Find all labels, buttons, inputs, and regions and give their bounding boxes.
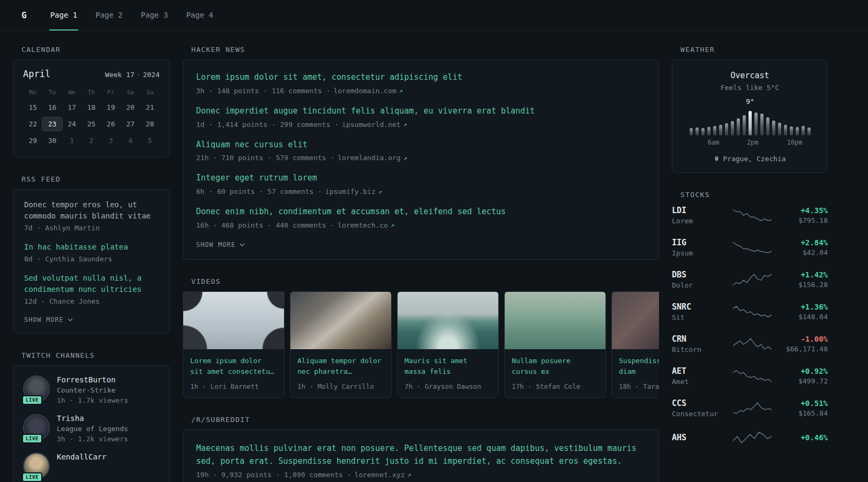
rss-widget-title: RSS FEED [21, 175, 170, 183]
rss-item-list: Donec tempor eros leo, ut commodo mauris… [24, 199, 159, 305]
hn-item-link[interactable]: Aliquam nec cursus elit [196, 139, 646, 151]
stock-row[interactable]: SNRC Sit +1.36% $148.64 [672, 302, 828, 321]
weather-time-labels: 6am2pm10pm [680, 139, 820, 147]
stock-row[interactable]: CCS Consectetur +0.51% $165.84 [672, 398, 828, 418]
channel-name[interactable]: ForrestBurton [57, 375, 128, 384]
calendar-week-year: Week 17·2024 [105, 71, 160, 79]
video-card[interactable]: Nullam posuere cursus ex 17h · Stefan Co… [504, 291, 606, 398]
video-card[interactable]: Suspendisse diam 18h · Tara [611, 291, 659, 398]
video-card[interactable]: Aliquam tempor dolor nec pharetra… 1h · … [290, 291, 392, 398]
channel-avatar: LIVE [24, 376, 49, 401]
stock-change: +1.36% [781, 303, 828, 311]
stock-row[interactable]: CRN Bitcorn -1.00% $66,171.48 [672, 334, 828, 353]
day-of-week-label: Sa [121, 87, 140, 98]
source-link[interactable]: loremlandia.org ↗ [338, 154, 407, 162]
stock-row[interactable]: LDI Lorem +4.35% $795.18 [672, 206, 828, 225]
day-of-week-label: We [62, 87, 81, 98]
hn-item-meta: 3h · 148 points · 116 comments · loremdo… [196, 87, 646, 95]
video-title-link[interactable]: Mauris sit amet massa felis [405, 356, 491, 378]
video-title-link[interactable]: Lorem ipsum dolor sit amet consectetu… [190, 356, 277, 378]
stock-name: Dolor [672, 281, 723, 289]
calendar-card: April Week 17·2024 MoTuWeThFrSaSu 151617… [13, 59, 170, 157]
channel-name[interactable]: Trisha [57, 414, 128, 423]
app-logo: G [21, 10, 27, 20]
hn-item: Integer eget rutrum lorem 6h · 60 points… [196, 172, 646, 195]
hn-meta-text: 16h · 468 points · 440 comments · [196, 221, 334, 229]
subreddit-post-link[interactable]: Maecenas mollis pulvinar erat non posuer… [196, 442, 646, 468]
rss-item-link[interactable]: Donec tempor eros leo, ut commodo mauris… [24, 199, 159, 222]
stock-identity: CCS Consectetur [672, 398, 723, 418]
twitch-channel-row[interactable]: LIVE ForrestBurton Counter-Strike 1h · 1… [24, 375, 159, 404]
weather-temp-label: 9° [746, 97, 754, 106]
rss-item-link[interactable]: In hac habitasse platea [24, 242, 159, 253]
day-of-week-label: Th [81, 87, 101, 98]
weather-hour-bar [778, 123, 781, 135]
weather-hour-bar [749, 111, 752, 135]
source-link[interactable]: loremtech.co ↗ [338, 221, 394, 229]
twitch-channel-row[interactable]: LIVE Trisha League of Legends 3h · 1.2k … [24, 414, 159, 443]
stock-price: $66,171.48 [781, 345, 828, 353]
video-thumbnail[interactable] [398, 292, 498, 349]
stock-values: +1.42% $156.28 [781, 270, 828, 289]
stock-name: Amet [672, 378, 723, 386]
page-tab[interactable]: Page 4 [185, 0, 214, 30]
source-link[interactable]: ipsumify.biz ↗ [325, 187, 382, 195]
stock-price: $165.84 [781, 409, 828, 417]
video-thumbnail[interactable] [612, 292, 659, 349]
hn-item-link[interactable]: Donec imperdiet augue tincidunt felis al… [196, 106, 646, 117]
rss-show-more-button[interactable]: SHOW MORE [24, 315, 73, 326]
page-tab[interactable]: Page 3 [140, 0, 169, 30]
rss-item-meta: 12d · Chance Jones [24, 297, 159, 305]
video-thumbnail[interactable] [290, 292, 391, 349]
weather-feels-like: Feels like 5°C [680, 84, 820, 92]
channel-name[interactable]: KendallCarr [57, 453, 107, 461]
stock-row[interactable]: AET Amet +0.92% $499.72 [672, 366, 828, 386]
hn-meta-text: 6h · 60 points · 57 comments · [196, 187, 322, 195]
video-meta: 17h · Stefan Cole [512, 382, 598, 390]
channel-avatar: LIVE [24, 454, 49, 478]
stock-row[interactable]: IIG Ipsum +2.84% $42.04 [672, 238, 828, 257]
stock-row[interactable]: DBS Dolor +1.42% $156.28 [672, 270, 828, 289]
stock-row[interactable]: AHS +0.46% [672, 431, 828, 445]
rss-item-link[interactable]: Sed volutpat nulla nisl, a condimentum n… [24, 273, 159, 295]
source-link[interactable]: ipsumworld.net ↗ [342, 120, 407, 129]
channel-meta: 3h · 1.2k viewers [57, 435, 128, 443]
stock-change: +0.92% [781, 367, 828, 375]
weather-hour-bar [784, 125, 787, 135]
video-title-link[interactable]: Suspendisse diam [619, 356, 659, 378]
page-tab[interactable]: Page 1 [49, 0, 79, 30]
calendar-day: 17 [62, 101, 81, 114]
page-tab[interactable]: Page 2 [94, 0, 124, 30]
calendar-day: 20 [121, 101, 140, 114]
source-link[interactable]: loremdomain.com ↗ [333, 87, 403, 95]
calendar-day: 15 [23, 101, 42, 114]
channel-game: League of Legends [57, 425, 128, 433]
video-thumbnail[interactable] [183, 292, 284, 349]
video-title-link[interactable]: Nullam posuere cursus ex [512, 356, 598, 378]
stock-values: +1.36% $148.64 [781, 303, 828, 321]
hn-item-link[interactable]: Integer eget rutrum lorem [196, 172, 646, 184]
twitch-channel-row[interactable]: LIVE KendallCarr [24, 453, 159, 478]
stock-symbol: AHS [672, 433, 723, 442]
source-link[interactable]: loremnet.xyz ↗ [355, 471, 411, 479]
hn-show-more-button[interactable]: SHOW MORE [196, 240, 245, 251]
twitch-channel-list: LIVE ForrestBurton Counter-Strike 1h · 1… [24, 375, 159, 478]
videos-widget: VIDEOS Lorem ipsum dolor sit amet consec… [183, 277, 659, 398]
rss-item-meta: 8d · Cynthia Saunders [24, 255, 159, 263]
page-tabs: Page 1 Page 2 Page 3 Page 4 [49, 0, 214, 30]
hn-item-link[interactable]: Donec enim nibh, condimentum et accumsan… [196, 206, 646, 218]
channel-meta: 1h · 1.7k viewers [57, 396, 128, 404]
subreddit-card: Maecenas mollis pulvinar erat non posuer… [183, 430, 659, 482]
channel-info: KendallCarr [57, 453, 107, 461]
video-card[interactable]: Lorem ipsum dolor sit amet consectetu… 1… [183, 291, 285, 398]
video-thumbnail[interactable] [505, 292, 605, 349]
hn-item-link[interactable]: Lorem ipsum dolor sit amet, consectetur … [196, 72, 646, 84]
hn-item-list: Lorem ipsum dolor sit amet, consectetur … [196, 72, 646, 229]
calendar-day: 21 [140, 101, 160, 114]
stock-symbol: CCS [672, 398, 723, 408]
video-card[interactable]: Mauris sit amet massa felis 7h · Grayson… [397, 291, 499, 398]
weather-hour-bar [807, 127, 811, 135]
stock-price: $499.72 [781, 377, 828, 385]
video-title-link[interactable]: Aliquam tempor dolor nec pharetra… [297, 356, 384, 378]
weather-hour-bar [713, 126, 716, 135]
